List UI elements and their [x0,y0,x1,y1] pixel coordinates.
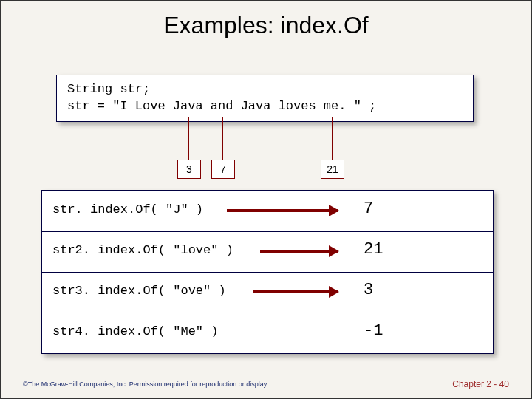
code-box: String str; str = "I Love Java and Java … [56,75,474,122]
pointer-line-2 [222,117,223,160]
arrow-icon [253,290,338,293]
example-row: str. index.Of( "J" ) 7 [42,191,493,231]
index-value-3: 21 [327,163,338,175]
examples-box: str. index.Of( "J" ) 7 str2. index.Of( "… [41,190,494,354]
pointer-line-1 [188,117,189,160]
index-value-1: 3 [186,163,192,175]
example-result: -1 [364,321,383,340]
example-code: str4. index.Of( "Me" ) [52,324,218,338]
code-line-1: String str; [67,82,150,96]
example-code: str2. index.Of( "love" ) [52,243,233,257]
example-result: 3 [364,281,373,299]
index-box-1: 3 [177,160,201,179]
example-result: 7 [364,200,373,218]
slide: Examples: index.Of String str; str = "I … [0,0,532,399]
copyright-text: ©The McGraw-Hill Companies, Inc. Permiss… [23,381,268,388]
example-code: str3. index.Of( "ove" ) [52,284,226,298]
example-result: 21 [364,240,383,259]
arrow-icon [260,250,338,253]
index-box-3: 21 [321,160,344,179]
arrow-icon [227,209,338,212]
example-row: str4. index.Of( "Me" ) -1 [42,313,493,353]
slide-title: Examples: index.Of [1,12,531,39]
example-row: str3. index.Of( "ove" ) 3 [42,272,493,313]
index-box-2: 7 [211,160,235,179]
example-row: str2. index.Of( "love" ) 21 [42,231,493,272]
pointer-line-3 [332,117,332,160]
example-code: str. index.Of( "J" ) [52,202,203,216]
code-line-2: str = "I Love Java and Java loves me. " … [67,99,376,113]
page-number: Chapter 2 - 40 [452,379,509,389]
index-value-2: 7 [220,163,226,175]
